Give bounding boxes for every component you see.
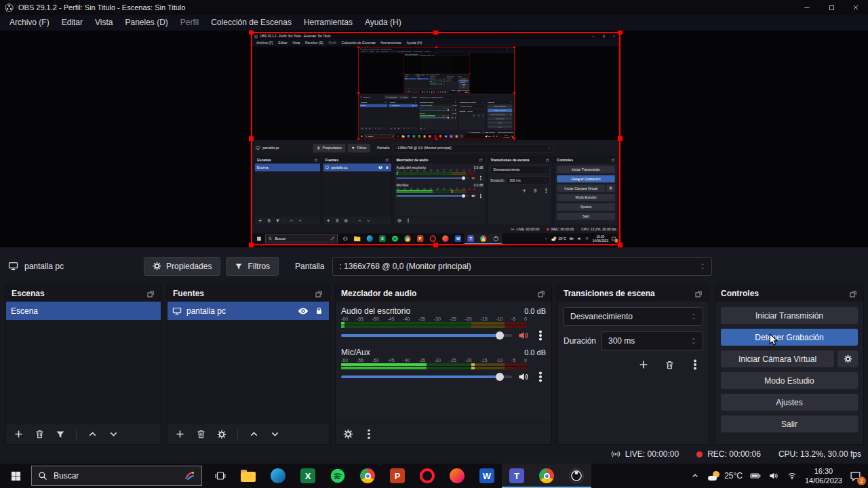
taskbar-app-obs[interactable]: [561, 464, 591, 488]
volume-slider-handle[interactable]: [496, 331, 504, 340]
remove-source-button[interactable]: [195, 428, 206, 441]
studio-mode-button[interactable]: Modo Estudio: [721, 372, 858, 389]
remove-transition-button[interactable]: [664, 359, 675, 371]
menu-item-ayuda[interactable]: Ayuda (H): [359, 15, 408, 30]
scene-filters-button[interactable]: [55, 428, 66, 441]
menu-item-editar[interactable]: Editar: [56, 15, 89, 30]
visibility-toggle[interactable]: [298, 305, 309, 317]
taskbar-app-excel[interactable]: X: [293, 464, 323, 488]
duration-input[interactable]: 300 ms: [601, 331, 703, 350]
selection-handle[interactable]: [433, 243, 438, 247]
dock-popout-icon[interactable]: [694, 289, 703, 298]
virtual-camera-settings-button[interactable]: [837, 350, 858, 367]
move-scene-up-button[interactable]: [87, 428, 98, 441]
monitor-icon: [8, 261, 18, 271]
add-scene-button[interactable]: [13, 428, 24, 441]
taskbar-app-spotify[interactable]: [323, 464, 353, 488]
volume-slider-handle[interactable]: [496, 373, 504, 381]
sources-dock-header[interactable]: Fuentes: [167, 285, 329, 302]
taskbar-app-file-explorer[interactable]: [233, 464, 263, 488]
search-highlights-icon[interactable]: [184, 470, 195, 481]
lock-toggle[interactable]: [313, 305, 324, 317]
minimize-button[interactable]: [795, 0, 819, 15]
stop-recording-button[interactable]: Detener Grabación: [721, 329, 858, 346]
menu-item-paneles[interactable]: Paneles (D): [119, 15, 174, 30]
mute-button[interactable]: [518, 371, 529, 382]
weather-widget[interactable]: 25°C: [708, 471, 743, 481]
menu-item-vista[interactable]: Vista: [89, 15, 119, 30]
add-transition-button[interactable]: [638, 359, 649, 371]
mute-button[interactable]: [518, 330, 529, 341]
battery-indicator[interactable]: [750, 470, 761, 482]
dock-popout-icon[interactable]: [537, 289, 546, 298]
taskbar-app-word[interactable]: W: [472, 464, 502, 488]
controls-dock-header[interactable]: Controles: [715, 285, 863, 302]
transition-menu-button[interactable]: [690, 359, 701, 371]
taskbar-app-opera[interactable]: [412, 464, 442, 488]
source-properties-button[interactable]: [216, 428, 227, 441]
tray-overflow-button[interactable]: [690, 470, 701, 482]
start-virtual-camera-button[interactable]: Iniciar Cámara Virtual: [721, 350, 834, 367]
menu-item-coleccion-escenas[interactable]: Colección de Escenas: [205, 15, 298, 30]
exit-button[interactable]: Salir: [721, 415, 858, 432]
volume-indicator[interactable]: [768, 470, 779, 482]
taskbar-app-powerpoint[interactable]: P: [382, 464, 412, 488]
scenes-dock-header[interactable]: Escenas: [6, 285, 161, 302]
preview-canvas[interactable]: OBS 29.1.2 - Perfil: Sin Titulo - Escena…: [0, 30, 868, 247]
taskbar-app-chrome-2[interactable]: [532, 464, 561, 488]
transitions-dock-header[interactable]: Transiciones de escena: [558, 285, 709, 302]
selection-handle[interactable]: [249, 136, 254, 141]
channel-menu-button[interactable]: [535, 329, 546, 342]
advanced-audio-button[interactable]: [342, 428, 353, 441]
dock-popout-icon[interactable]: [315, 289, 323, 298]
selection-handle[interactable]: [618, 136, 623, 141]
spinner-arrows-icon[interactable]: [700, 262, 705, 270]
transition-select[interactable]: Desvanecimiento: [564, 307, 703, 326]
menu-item-herramientas[interactable]: Herramientas: [298, 15, 359, 30]
display-label: Pantalla: [295, 262, 324, 271]
taskbar-search-box[interactable]: Buscar: [31, 466, 202, 486]
remove-scene-button[interactable]: [34, 428, 45, 441]
source-item[interactable]: pantalla pc: [167, 302, 329, 320]
action-center-button[interactable]: 2: [850, 470, 861, 482]
selection-handle[interactable]: [249, 243, 254, 247]
add-source-button[interactable]: [174, 428, 185, 441]
selection-handle[interactable]: [618, 243, 623, 247]
taskbar-app-teams[interactable]: T: [502, 464, 532, 488]
task-view-button[interactable]: [208, 464, 233, 488]
volume-slider[interactable]: [341, 334, 512, 337]
channel-menu-button[interactable]: [535, 371, 546, 383]
display-select[interactable]: : 1366x768 @ 0,0 (Monitor principal): [332, 257, 712, 276]
dock-popout-icon[interactable]: [849, 289, 858, 298]
selection-handle[interactable]: [618, 30, 623, 35]
menu-item-perfil[interactable]: Perfil: [174, 15, 205, 30]
move-scene-down-button[interactable]: [108, 428, 119, 441]
spinner-arrows-icon[interactable]: [691, 312, 696, 321]
filters-button[interactable]: Filtros: [226, 257, 279, 276]
taskbar-clock[interactable]: 16:30 14/06/2023: [805, 466, 842, 486]
mixer-dock-header[interactable]: Mezclador de audio: [336, 285, 551, 302]
scene-item[interactable]: Escena: [6, 302, 161, 320]
close-icon: [852, 3, 860, 12]
mixer-menu-button[interactable]: [363, 428, 374, 441]
taskbar-app-firefox[interactable]: [442, 464, 472, 488]
plus-icon: [14, 429, 24, 439]
volume-slider[interactable]: [341, 375, 512, 378]
start-button[interactable]: [0, 464, 31, 488]
selection-handle[interactable]: [433, 30, 438, 35]
dock-popout-icon[interactable]: [146, 289, 155, 298]
menu-item-archivo[interactable]: Archivo (F): [3, 15, 56, 30]
spinner-arrows-icon[interactable]: [691, 337, 696, 345]
move-source-down-button[interactable]: [269, 428, 280, 441]
close-button[interactable]: [844, 0, 868, 15]
source-selection-box[interactable]: OBS 29.1.2 - Perfil: Sin Titulo - Escena…: [251, 32, 620, 245]
maximize-button[interactable]: [819, 0, 844, 15]
selection-handle[interactable]: [249, 30, 254, 35]
settings-button[interactable]: Ajustes: [721, 394, 858, 411]
start-streaming-button[interactable]: Iniciar Transmisión: [721, 307, 858, 324]
properties-button[interactable]: Propiedades: [144, 257, 220, 276]
taskbar-app-chrome[interactable]: [353, 464, 382, 488]
taskbar-app-edge[interactable]: [263, 464, 293, 488]
move-source-up-button[interactable]: [248, 428, 259, 441]
network-indicator[interactable]: [787, 470, 797, 482]
